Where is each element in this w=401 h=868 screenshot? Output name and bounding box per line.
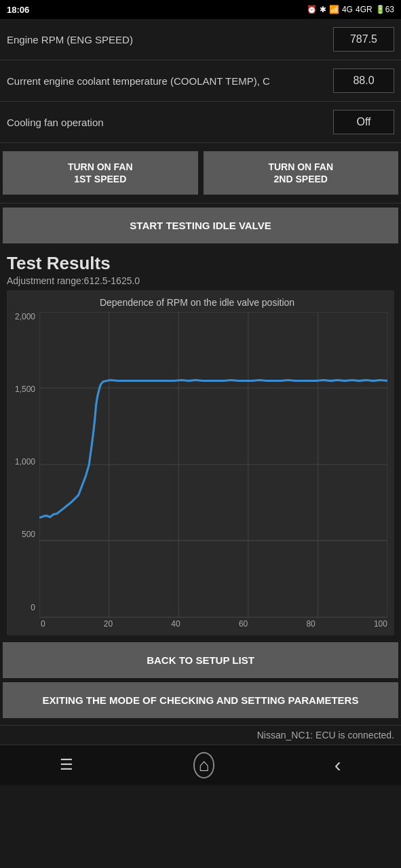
bottom-buttons: BACK TO SETUP LIST EXITING THE MODE OF C…: [0, 635, 401, 725]
y-label-0: 0: [31, 603, 35, 612]
turn-on-fan-2nd-button[interactable]: TURN ON FAN2ND SPEED: [204, 151, 399, 195]
home-icon[interactable]: ⌂: [193, 752, 215, 778]
x-label-60: 60: [239, 619, 248, 629]
signal-icon: 📶: [329, 5, 339, 14]
start-testing-idle-valve-button[interactable]: START TESTING IDLE VALVE: [3, 208, 398, 243]
coolant-temp-label: Current engine coolant temperature (COOL…: [7, 75, 333, 87]
adjustment-range: Adjustment range:612.5-1625.0: [7, 275, 394, 286]
cooling-fan-value: Off: [333, 110, 394, 134]
chart-title: Dependence of RPM on the idle valve posi…: [7, 297, 387, 308]
test-results-section: Test Results Adjustment range:612.5-1625…: [0, 248, 401, 635]
engine-rpm-row: Engine RPM (ENG SPEED) 787.5: [0, 19, 401, 60]
menu-icon[interactable]: ☰: [60, 756, 73, 774]
status-bar: 18:06 ⏰ ✱ 📶 4G 4GR 🔋63: [0, 0, 401, 19]
chart-svg: [39, 312, 387, 617]
bluetooth-icon: ✱: [320, 5, 326, 14]
y-label-1500: 1,500: [15, 384, 35, 394]
engine-rpm-label: Engine RPM (ENG SPEED): [7, 34, 333, 45]
main-content: Engine RPM (ENG SPEED) 787.5 Current eng…: [0, 19, 401, 785]
y-label-1000: 1,000: [15, 457, 35, 467]
status-icons: ⏰ ✱ 📶 4G 4GR 🔋63: [307, 5, 394, 14]
fan-buttons-row: TURN ON FAN1ST SPEED TURN ON FAN2ND SPEE…: [0, 143, 401, 203]
x-label-0: 0: [41, 619, 45, 629]
status-time: 18:06: [7, 5, 29, 15]
y-label-500: 500: [22, 530, 35, 539]
network-4gr-icon: 4GR: [356, 5, 373, 14]
rpm-curve: [39, 380, 387, 518]
x-label-20: 20: [104, 619, 113, 629]
coolant-temp-row: Current engine coolant temperature (COOL…: [0, 60, 401, 102]
chart-inner: 0 20 40 60 80 100: [39, 312, 387, 628]
back-icon[interactable]: ‹: [335, 753, 341, 776]
turn-on-fan-1st-button[interactable]: TURN ON FAN1ST SPEED: [3, 151, 198, 195]
network-4g-icon: 4G: [342, 5, 353, 14]
x-label-100: 100: [374, 619, 387, 629]
coolant-temp-value: 88.0: [333, 68, 394, 93]
back-to-setup-list-button[interactable]: BACK TO SETUP LIST: [3, 642, 398, 678]
chart-area: 2,000 1,500 1,000 500 0: [7, 312, 387, 628]
y-axis: 2,000 1,500 1,000 500 0: [7, 312, 39, 628]
connection-status: Nissan_NC1: ECU is connected.: [0, 725, 401, 745]
battery-icon: 🔋63: [375, 5, 394, 14]
y-label-2000: 2,000: [15, 312, 35, 321]
alarm-icon: ⏰: [307, 5, 317, 14]
x-label-80: 80: [306, 619, 315, 629]
cooling-fan-row: Cooling fan operation Off: [0, 102, 401, 143]
engine-rpm-value: 787.5: [333, 27, 394, 52]
nav-bar: ☰ ⌂ ‹: [0, 745, 401, 785]
cooling-fan-label: Cooling fan operation: [7, 117, 333, 128]
x-label-40: 40: [171, 619, 180, 629]
test-results-title: Test Results: [7, 253, 394, 274]
chart-container: Dependence of RPM on the idle valve posi…: [7, 290, 394, 635]
x-axis: 0 20 40 60 80 100: [39, 619, 387, 629]
exiting-mode-button[interactable]: EXITING THE MODE OF CHECKING AND SETTING…: [3, 682, 398, 718]
